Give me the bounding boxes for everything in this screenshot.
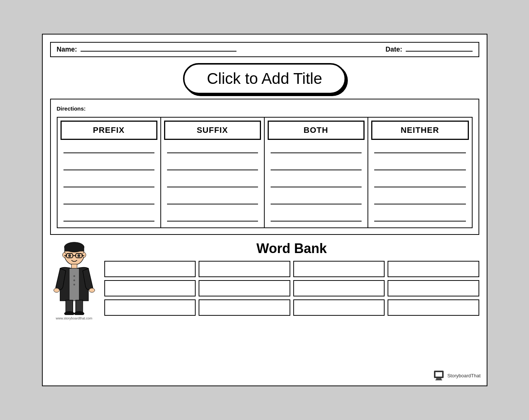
- word-bank-cell[interactable]: [293, 299, 385, 316]
- title-box[interactable]: Click to Add Title: [183, 63, 346, 94]
- character-illustration: [52, 241, 97, 315]
- word-bank-cell[interactable]: [388, 261, 479, 277]
- storyboard-icon: [434, 371, 446, 380]
- column-neither: NEITHER: [368, 118, 472, 227]
- name-field: Name:: [57, 46, 236, 53]
- svg-point-18: [89, 288, 95, 292]
- write-line[interactable]: [271, 215, 362, 222]
- column-both: BOTH: [265, 118, 368, 227]
- write-line[interactable]: [63, 181, 154, 187]
- bottom-section: www.storyboardthat.com Word Bank: [50, 241, 479, 320]
- write-line[interactable]: [167, 198, 258, 204]
- word-bank-area: Word Bank: [104, 241, 479, 316]
- title-container: Click to Add Title: [50, 63, 479, 94]
- column-suffix: SUFFIX: [161, 118, 265, 227]
- write-line[interactable]: [374, 164, 466, 170]
- write-line[interactable]: [374, 198, 466, 204]
- write-line[interactable]: [167, 181, 258, 187]
- svg-point-4: [82, 252, 86, 257]
- name-label: Name:: [57, 46, 77, 53]
- word-bank-cell[interactable]: [104, 261, 196, 277]
- svg-point-3: [62, 252, 66, 257]
- header-row: Name: Date:: [50, 42, 479, 57]
- column-lines-both: [265, 143, 368, 227]
- date-label: Date:: [385, 46, 402, 53]
- write-line[interactable]: [63, 215, 154, 222]
- svg-point-16: [73, 284, 75, 286]
- svg-point-17: [53, 288, 59, 292]
- svg-point-22: [74, 311, 84, 315]
- write-line[interactable]: [374, 181, 466, 187]
- word-bank-cell[interactable]: [388, 299, 479, 316]
- write-line[interactable]: [167, 147, 258, 153]
- column-header-prefix: PREFIX: [61, 121, 157, 140]
- write-line[interactable]: [271, 198, 362, 204]
- svg-rect-26: [435, 380, 442, 380]
- logo-text: StoryboardThat: [447, 373, 481, 378]
- watermark: www.storyboardthat.com: [56, 316, 92, 320]
- svg-rect-2: [64, 247, 84, 251]
- column-header-both: BOTH: [268, 121, 365, 140]
- svg-rect-12: [71, 264, 77, 268]
- word-bank-cell[interactable]: [199, 261, 290, 277]
- write-line[interactable]: [63, 164, 154, 170]
- word-bank-grid: [104, 261, 479, 316]
- svg-rect-25: [436, 378, 441, 380]
- word-bank-title: Word Bank: [104, 241, 479, 256]
- write-line[interactable]: [271, 147, 362, 153]
- write-line[interactable]: [271, 164, 362, 170]
- write-line[interactable]: [63, 198, 154, 204]
- column-lines-neither: [368, 143, 472, 227]
- name-line: [81, 51, 236, 52]
- svg-point-14: [73, 275, 75, 277]
- columns-container: PREFIX SUFFIX: [57, 117, 473, 228]
- svg-rect-24: [435, 372, 442, 377]
- svg-point-11: [77, 254, 80, 257]
- word-bank-cell[interactable]: [293, 261, 385, 277]
- column-header-neither: NEITHER: [371, 121, 469, 140]
- svg-point-15: [73, 279, 75, 281]
- word-bank-cell[interactable]: [293, 280, 385, 296]
- character-area: www.storyboardthat.com: [50, 241, 98, 320]
- write-line[interactable]: [167, 164, 258, 170]
- date-field: Date:: [385, 46, 472, 53]
- word-bank-cell[interactable]: [104, 280, 196, 296]
- worksheet-page: Name: Date: Click to Add Title Direction…: [42, 34, 487, 386]
- word-bank-cell[interactable]: [199, 280, 290, 296]
- write-line[interactable]: [167, 215, 258, 222]
- column-lines-prefix: [58, 143, 160, 227]
- column-prefix: PREFIX: [58, 118, 161, 227]
- write-line[interactable]: [374, 147, 466, 153]
- column-lines-suffix: [161, 143, 264, 227]
- directions-label: Directions:: [57, 105, 473, 112]
- svg-point-21: [64, 311, 74, 315]
- word-bank-cell[interactable]: [388, 280, 479, 296]
- write-line[interactable]: [374, 215, 466, 222]
- main-content: Directions: PREFIX SUFFIX: [50, 99, 479, 235]
- column-header-suffix: SUFFIX: [164, 121, 261, 140]
- word-bank-cell[interactable]: [104, 299, 196, 316]
- svg-point-10: [68, 254, 71, 257]
- storyboard-logo: StoryboardThat: [434, 371, 481, 380]
- date-line: [406, 51, 473, 52]
- write-line[interactable]: [63, 147, 154, 153]
- write-line[interactable]: [271, 181, 362, 187]
- word-bank-cell[interactable]: [199, 299, 290, 316]
